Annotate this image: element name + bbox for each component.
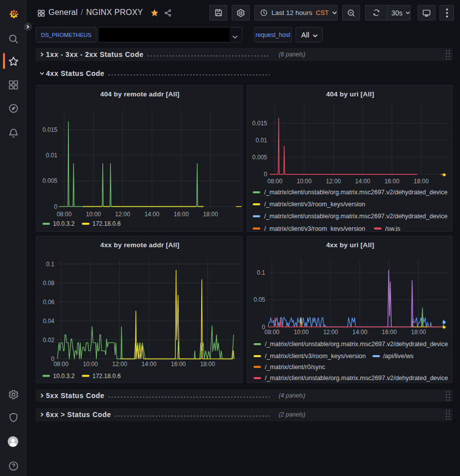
svg-text:/_matrix/client/unstable/org.m: /_matrix/client/unstable/org.matrix.msc2…: [265, 341, 448, 348]
svg-text:404 by remote addr [All]: 404 by remote addr [All]: [100, 90, 180, 98]
svg-text:/_matrix/client/v3/room_keys/v: /_matrix/client/v3/room_keys/version: [264, 225, 365, 232]
svg-text:0.01: 0.01: [46, 152, 58, 159]
svg-text:/sw.js: /sw.js: [385, 225, 401, 232]
svg-text:/_matrix/client/v3/room_keys/v: /_matrix/client/v3/room_keys/version: [264, 201, 365, 208]
svg-text:0.04: 0.04: [43, 318, 55, 325]
svg-text:4xx by uri [All]: 4xx by uri [All]: [326, 241, 374, 249]
svg-text:10.0.3.2: 10.0.3.2: [53, 373, 75, 380]
svg-text:10:00: 10:00: [86, 211, 101, 218]
svg-text:14:00: 14:00: [144, 211, 159, 218]
svg-text:10.0.3.2: 10.0.3.2: [53, 220, 75, 227]
svg-text:0.005: 0.005: [42, 177, 57, 184]
svg-text:4xx by remote addr [All]: 4xx by remote addr [All]: [100, 241, 180, 249]
svg-text:14:00: 14:00: [353, 329, 368, 336]
svg-text:0.08: 0.08: [43, 280, 55, 287]
svg-text:0.1: 0.1: [46, 261, 54, 268]
svg-text:/_matrix/client/unstable/org.m: /_matrix/client/unstable/org.matrix.msc2…: [264, 189, 448, 196]
svg-text:/_matrix/client/v3/room_keys/v: /_matrix/client/v3/room_keys/version: [265, 353, 366, 360]
svg-text:08:00: 08:00: [267, 178, 282, 185]
svg-text:16:00: 16:00: [171, 361, 186, 368]
svg-text:10:00: 10:00: [83, 361, 98, 368]
svg-text:/_matrix/client/unstable/org.m: /_matrix/client/unstable/org.matrix.msc2…: [264, 213, 448, 220]
svg-text:0.02: 0.02: [43, 337, 55, 344]
svg-text:0.06: 0.06: [43, 299, 55, 306]
svg-text:18:00: 18:00: [414, 178, 429, 185]
svg-text:0.05: 0.05: [254, 296, 266, 303]
svg-text:16:00: 16:00: [385, 178, 400, 185]
svg-text:12:00: 12:00: [326, 178, 341, 185]
svg-text:14:00: 14:00: [141, 361, 156, 368]
svg-text:/_matrix/client/unstable/org.m: /_matrix/client/unstable/org.matrix.msc2…: [265, 375, 448, 382]
svg-text:10:00: 10:00: [297, 178, 312, 185]
svg-text:18:00: 18:00: [200, 361, 215, 368]
svg-text:172.18.0.6: 172.18.0.6: [92, 220, 121, 227]
svg-text:16:00: 16:00: [382, 329, 397, 336]
svg-text:12:00: 12:00: [323, 329, 338, 336]
svg-text:12:00: 12:00: [115, 211, 130, 218]
svg-text:0.015: 0.015: [252, 120, 267, 127]
svg-text:0: 0: [54, 203, 57, 210]
svg-text:18:00: 18:00: [411, 329, 426, 336]
svg-text:12:00: 12:00: [112, 361, 127, 368]
svg-text:0: 0: [264, 171, 267, 178]
svg-text:/_matrix/client/r0/sync: /_matrix/client/r0/sync: [265, 364, 325, 371]
svg-text:0.1: 0.1: [257, 269, 265, 276]
svg-text:0.005: 0.005: [252, 154, 267, 161]
svg-text:10:00: 10:00: [294, 329, 309, 336]
svg-text:08:00: 08:00: [264, 329, 279, 336]
svg-text:08:00: 08:00: [53, 361, 68, 368]
svg-text:0.01: 0.01: [256, 137, 268, 144]
svg-text:0.015: 0.015: [42, 126, 57, 133]
svg-text:14:00: 14:00: [355, 178, 370, 185]
svg-text:404 by uri [All]: 404 by uri [All]: [326, 90, 374, 98]
svg-text:/api/live/ws: /api/live/ws: [383, 353, 414, 360]
svg-text:16:00: 16:00: [174, 211, 189, 218]
svg-text:08:00: 08:00: [56, 211, 71, 218]
svg-text:172.18.0.6: 172.18.0.6: [92, 373, 121, 380]
svg-text:18:00: 18:00: [203, 211, 218, 218]
